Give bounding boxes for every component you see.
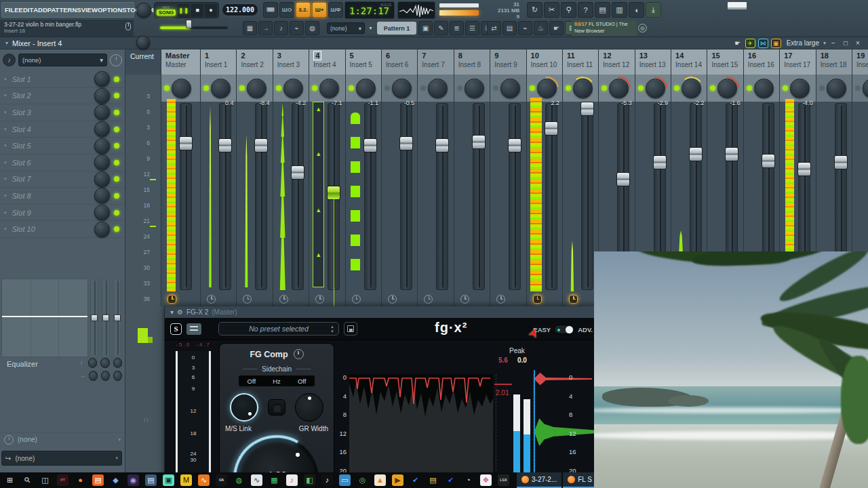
fl-studio-icon[interactable]: ●	[75, 474, 86, 486]
track-pan-knob[interactable]	[392, 79, 412, 98]
fader-groove[interactable]	[255, 103, 267, 290]
track-header[interactable]: 5 Insert 5	[346, 49, 381, 75]
download-button[interactable]: ⤓	[646, 2, 661, 18]
slot-row[interactable]: ▾ Slot 3	[0, 104, 125, 121]
track-header[interactable]: 2 Insert 2	[237, 49, 272, 75]
eq-knob[interactable]	[88, 358, 97, 368]
dropdown-button[interactable]: ▼	[366, 22, 375, 34]
eq-high-slider[interactable]	[113, 279, 121, 357]
track-pan-knob[interactable]	[172, 79, 191, 98]
track-fader-handle[interactable]	[291, 165, 304, 180]
midi-keys-widget[interactable]	[728, 2, 747, 9]
track-fader-handle[interactable]	[435, 138, 449, 152]
track-fader-handle[interactable]	[254, 138, 268, 152]
slot-chevron-icon[interactable]: ▾	[4, 226, 7, 232]
mixer-track-strip[interactable]: 2 Insert 2 -8.4	[236, 49, 272, 306]
track-header[interactable]: 13 Insert 13	[635, 49, 671, 75]
slot-chevron-icon[interactable]: ▾	[4, 193, 7, 199]
track-header[interactable]: 6 Insert 6	[382, 49, 417, 75]
slot-mix-knob[interactable]	[94, 138, 110, 154]
eq-knob[interactable]	[100, 358, 109, 368]
slot-mix-knob[interactable]	[94, 71, 110, 87]
peak-meter-bar[interactable]	[439, 10, 479, 16]
track-pan-knob[interactable]	[500, 79, 520, 98]
slot-row[interactable]: ▾ Slot 6	[0, 155, 125, 171]
track-enable-led[interactable]	[457, 85, 462, 91]
airplane-mode-icon[interactable]: ✈	[745, 39, 755, 48]
eq-slider-handle[interactable]	[114, 314, 121, 321]
check2-app-icon[interactable]: ✔	[445, 474, 456, 486]
slot-mix-knob[interactable]	[94, 155, 110, 170]
track-header[interactable]: 3 Insert 3	[273, 49, 309, 75]
track-fader-handle[interactable]	[327, 186, 340, 200]
menu-item[interactable]: FILE	[5, 6, 19, 14]
menu-item[interactable]: OPTIONS	[98, 6, 127, 14]
track-latency-clock-icon[interactable]	[533, 295, 542, 304]
track-enable-led[interactable]	[349, 85, 354, 91]
check-app-icon[interactable]: ✔	[410, 474, 421, 486]
track-enable-led[interactable]	[420, 85, 426, 91]
slot-enable-led[interactable]	[114, 77, 119, 82]
advance-button[interactable]: →	[258, 21, 273, 35]
track-fader-handle[interactable]	[545, 121, 558, 136]
help-button[interactable]: ?	[578, 2, 593, 18]
menu-item[interactable]: PATTERNS	[47, 6, 81, 14]
step-seq-button[interactable]: ▦	[243, 21, 257, 35]
mixer-track-strip[interactable]: 6 Insert 6 -0.5	[381, 49, 417, 306]
menu-item[interactable]: VIEW	[81, 6, 98, 14]
mixer-zoom-select[interactable]: Extra large	[787, 39, 819, 47]
music-note-icon[interactable]: ♪	[3, 54, 16, 66]
link-button[interactable]: ⌁	[290, 21, 304, 35]
preset-arrows-icon[interactable]: ▲▼	[330, 325, 334, 334]
power-button[interactable]	[294, 349, 304, 359]
track-enable-led[interactable]	[312, 85, 317, 91]
track-pan-knob[interactable]	[537, 79, 557, 98]
slot-row[interactable]: ▾ Slot 10	[0, 221, 125, 238]
dark-green-app-icon[interactable]: ◧	[304, 474, 315, 486]
track-fader-handle[interactable]	[762, 154, 775, 168]
wait-button[interactable]: ШO	[279, 2, 294, 18]
sidechain-left-value[interactable]: Off	[248, 378, 256, 385]
project-files-button[interactable]: ▤	[502, 21, 517, 35]
piano-roll-button[interactable]: ✎	[434, 21, 448, 35]
grid-app-icon[interactable]: ▦	[269, 474, 280, 486]
track-fader-handle[interactable]	[218, 138, 232, 152]
slide-note-button[interactable]: ♪	[274, 21, 288, 35]
slot-chevron-icon[interactable]: ▾	[4, 160, 7, 165]
fader-groove[interactable]	[180, 103, 192, 290]
slot-chevron-icon[interactable]: ▾	[4, 93, 7, 98]
track-fader-handle[interactable]	[363, 138, 377, 152]
track-fader-handle[interactable]	[797, 162, 811, 176]
video-app-icon[interactable]: ▶	[392, 474, 403, 486]
slot-enable-led[interactable]	[114, 210, 119, 216]
tiktok-icon[interactable]: ♪	[321, 474, 333, 486]
news-banner[interactable]: 03/17 FL STUDIO | The New Browser	[572, 20, 637, 36]
zoom-chevron-icon[interactable]: ▾	[823, 40, 826, 46]
collapse-icon[interactable]: ▾	[5, 40, 8, 46]
slot-enable-led[interactable]	[114, 143, 119, 148]
plugin-picker-button[interactable]: ⌁	[518, 21, 532, 35]
taskbar-app-button[interactable]: FL S	[563, 472, 597, 488]
track-enable-led[interactable]	[164, 85, 170, 91]
save-new-version-button[interactable]: ▥	[612, 2, 627, 18]
slot-chevron-icon[interactable]: ▾	[4, 176, 7, 182]
slot-enable-led[interactable]	[114, 127, 119, 132]
fader-groove[interactable]	[509, 103, 521, 290]
mixer-track-strip[interactable]: 9 Insert 9	[490, 49, 526, 306]
slot-mix-knob[interactable]	[94, 104, 110, 120]
track-header[interactable]: 18 Insert 18	[816, 49, 852, 75]
purple-app-icon[interactable]: ◉	[127, 474, 139, 486]
track-enable-led[interactable]	[747, 85, 752, 91]
green-ring-app-icon[interactable]: ◎	[357, 474, 368, 486]
ms-link-knob[interactable]	[230, 393, 258, 422]
slot-enable-led[interactable]	[114, 176, 119, 182]
slot-mix-knob[interactable]	[94, 88, 110, 104]
comp-mode-button[interactable]	[268, 399, 285, 415]
record-button[interactable]: ●	[205, 4, 217, 17]
save-button[interactable]: ▤	[595, 2, 610, 18]
track-pan-knob[interactable]	[863, 79, 868, 98]
diamond-app-icon[interactable]: ◆	[110, 474, 121, 486]
track-pan-knob[interactable]	[754, 79, 774, 98]
eq-slider-handle[interactable]	[91, 314, 98, 321]
loop-record-button[interactable]: ШФ	[328, 2, 343, 18]
